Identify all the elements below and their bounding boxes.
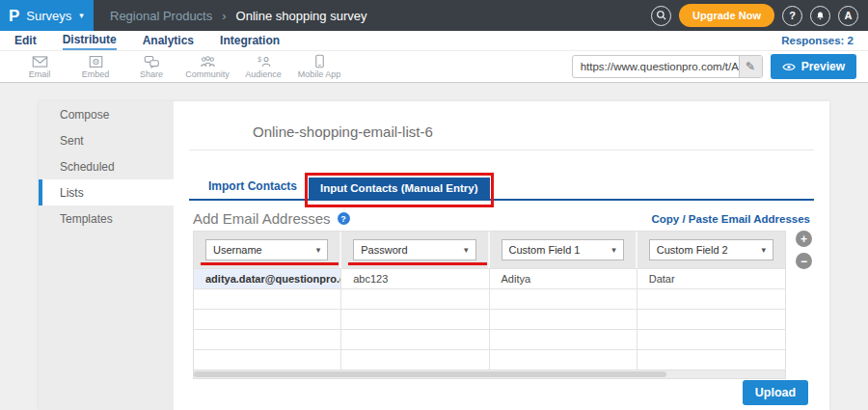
email-sidebar: Compose Sent Scheduled Lists Templates xyxy=(39,101,174,410)
community-icon xyxy=(200,55,216,68)
toolbar-item-email[interactable]: Email xyxy=(12,55,68,79)
mobile-app-icon xyxy=(314,54,325,68)
custom-field-2-select[interactable]: Custom Field 2 ▾ xyxy=(649,239,773,260)
chevron-down-icon: ▾ xyxy=(316,245,321,255)
toolbar-item-label: Mobile App xyxy=(298,69,341,79)
toolbar-item-share[interactable]: Share xyxy=(123,55,179,79)
nav-item-distribute[interactable]: Distribute xyxy=(63,31,117,50)
chevron-down-icon: ▾ xyxy=(464,245,469,255)
help-icon[interactable]: ? xyxy=(338,212,350,225)
column-header-username: Username ▾ xyxy=(194,232,341,268)
svg-text:$: $ xyxy=(257,55,261,64)
toolbar-item-label: Audience xyxy=(245,69,282,79)
cell-custom2[interactable] xyxy=(637,310,785,329)
cell-password[interactable] xyxy=(341,330,489,349)
top-bar: P Surveys ▾ Regional Products › Online s… xyxy=(0,0,868,31)
edit-url-button[interactable]: ✎ xyxy=(739,56,762,77)
select-value: Custom Field 2 xyxy=(657,244,728,256)
cell-custom2[interactable] xyxy=(637,330,785,349)
tab-import-contacts[interactable]: Import Contacts xyxy=(189,174,309,199)
embed-icon xyxy=(89,55,103,68)
breadcrumb: Regional Products › Online shopping surv… xyxy=(110,0,366,31)
survey-url-value[interactable]: https://www.questionpro.com/t/APNrFZ xyxy=(573,56,739,77)
surveys-menu[interactable]: P Surveys ▾ xyxy=(0,0,94,31)
table-row xyxy=(194,349,785,369)
plus-icon: + xyxy=(800,233,807,245)
chevron-down-icon: ▾ xyxy=(761,245,766,255)
survey-nav: Edit Distribute Analytics Integration Re… xyxy=(0,31,868,50)
sidebar-item-compose[interactable]: Compose xyxy=(39,101,174,127)
add-row-button[interactable]: + xyxy=(796,231,812,247)
cell-custom1[interactable]: Aditya xyxy=(490,269,637,288)
column-header-password: Password ▾ xyxy=(341,232,489,268)
notifications-button[interactable] xyxy=(810,6,830,26)
email-icon xyxy=(32,55,48,68)
remove-row-button[interactable]: − xyxy=(796,253,812,269)
breadcrumb-current: Online shopping survey xyxy=(236,9,367,23)
cell-custom2[interactable]: Datar xyxy=(637,269,785,288)
toolbar-item-audience[interactable]: $ Audience xyxy=(235,55,291,79)
row-controls: + − xyxy=(796,231,812,269)
toolbar-item-community[interactable]: Community xyxy=(179,55,235,79)
preview-button-label: Preview xyxy=(801,60,845,73)
sidebar-item-scheduled[interactable]: Scheduled xyxy=(39,153,174,179)
question-mark-icon: ? xyxy=(789,10,796,21)
toolbar-item-label: Community xyxy=(185,69,230,79)
cell-email[interactable] xyxy=(194,310,341,329)
cell-password[interactable]: abc123 xyxy=(341,269,489,288)
nav-item-edit[interactable]: Edit xyxy=(14,32,37,49)
tab-input-contacts-manual-entry[interactable]: Input Contacts (Manual Entry) xyxy=(309,178,490,199)
cell-password[interactable] xyxy=(341,350,489,369)
cell-custom2[interactable] xyxy=(637,289,785,309)
cell-custom1[interactable] xyxy=(490,330,637,349)
upload-button[interactable]: Upload xyxy=(743,380,808,405)
add-email-header-row: Add Email Addresses ? Copy / Paste Email… xyxy=(193,210,810,227)
nav-item-integration[interactable]: Integration xyxy=(220,32,280,49)
horizontal-scrollbar[interactable] xyxy=(194,369,785,378)
scrollbar-thumb[interactable] xyxy=(194,371,666,377)
upgrade-now-button[interactable]: Upgrade Now xyxy=(679,4,774,27)
username-field-select[interactable]: Username ▾ xyxy=(205,239,328,260)
copy-paste-email-addresses-link[interactable]: Copy / Paste Email Addresses xyxy=(652,213,810,225)
email-entry-table: Username ▾ Password ▾ xyxy=(193,231,786,379)
column-header-custom-field-1: Custom Field 1 ▾ xyxy=(490,232,637,268)
cell-custom1[interactable] xyxy=(490,289,637,309)
cell-email[interactable]: aditya.datar@questionpro.com xyxy=(194,269,341,288)
sidebar-item-sent[interactable]: Sent xyxy=(39,127,174,153)
help-button[interactable]: ? xyxy=(782,6,802,26)
table-row: aditya.datar@questionpro.com abc123 Adit… xyxy=(194,268,785,288)
cell-email[interactable] xyxy=(194,330,341,349)
password-field-select[interactable]: Password ▾ xyxy=(353,239,475,260)
cell-custom2[interactable] xyxy=(637,350,785,369)
cell-custom1[interactable] xyxy=(490,350,637,369)
toolbar-item-embed[interactable]: Embed xyxy=(68,55,123,79)
toolbar-item-label: Share xyxy=(140,69,163,79)
distribute-toolbar: Email Embed Share Co xyxy=(0,50,868,83)
cell-email[interactable] xyxy=(194,350,341,369)
app-window: P Surveys ▾ Regional Products › Online s… xyxy=(0,0,868,410)
cell-password[interactable] xyxy=(341,289,489,309)
column-header-custom-field-2: Custom Field 2 ▾ xyxy=(637,232,785,268)
preview-button[interactable]: Preview xyxy=(771,54,856,79)
nav-item-analytics[interactable]: Analytics xyxy=(143,32,194,49)
search-button[interactable] xyxy=(651,6,671,26)
red-annotation-underline xyxy=(201,262,339,265)
cell-custom1[interactable] xyxy=(490,310,637,329)
cell-password[interactable] xyxy=(341,310,489,329)
responses-count-link[interactable]: Responses: 2 xyxy=(781,35,854,46)
survey-url-field: https://www.questionpro.com/t/APNrFZ ✎ xyxy=(572,55,763,78)
list-content: Online-shopping-email-list-6 Import Cont… xyxy=(174,101,829,410)
sidebar-item-templates[interactable]: Templates xyxy=(39,205,174,232)
account-avatar[interactable]: A xyxy=(838,6,858,26)
surveys-menu-label: Surveys xyxy=(26,9,71,23)
breadcrumb-parent[interactable]: Regional Products xyxy=(110,9,212,23)
custom-field-1-select[interactable]: Custom Field 1 ▾ xyxy=(502,239,624,260)
table-row xyxy=(194,329,785,349)
sidebar-item-lists[interactable]: Lists xyxy=(39,179,174,205)
red-annotation-underline xyxy=(348,262,486,265)
top-bar-actions: Upgrade Now ? A xyxy=(651,0,868,31)
bell-icon xyxy=(815,11,826,21)
cell-email[interactable] xyxy=(194,289,341,309)
pencil-icon: ✎ xyxy=(746,60,755,73)
toolbar-item-mobile-app[interactable]: Mobile App xyxy=(291,54,347,79)
